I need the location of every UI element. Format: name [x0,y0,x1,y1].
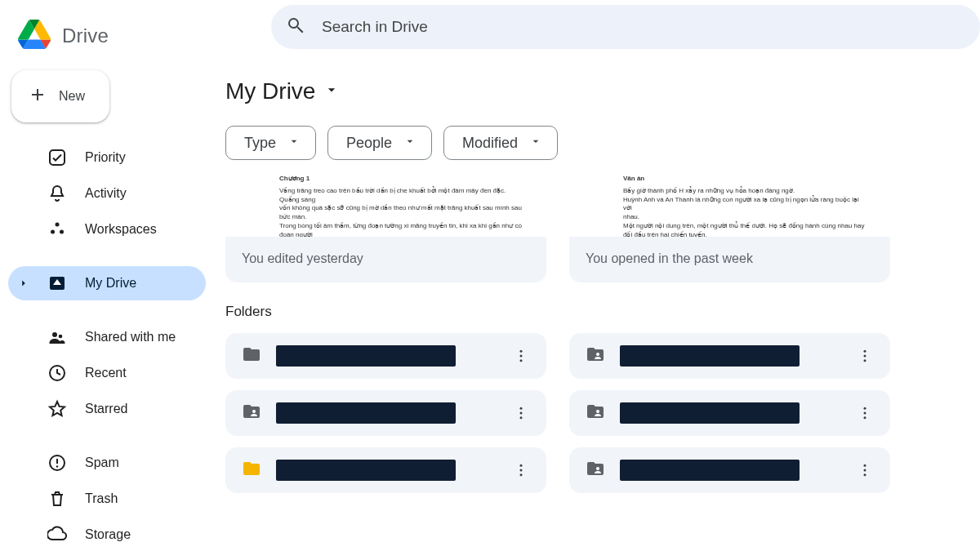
priority-icon [47,148,67,167]
folder-name-redacted [620,460,800,481]
star-icon [47,399,67,419]
spam-icon [47,453,67,473]
expand-caret-icon [18,277,29,290]
folders-section-title: Folders [225,304,970,320]
main: My Drive TypePeopleModified Chương 1Vầng… [212,0,980,551]
nav: PriorityActivityWorkspacesMy DriveShared… [8,140,206,551]
suggested-card[interactable]: Văn ánBấy giờ thành phố H xảy ra những v… [569,168,890,282]
sidebar-item-label: Shared with me [85,330,176,344]
more-button[interactable] [507,456,535,484]
folder-item[interactable] [225,447,546,493]
storage-icon [47,525,67,544]
doc-preview-line: đối đầu trên hai chiến tuyến. [623,231,866,237]
doc-preview-line: Trong bóng tối âm thầm, từng đoạn tường … [279,222,522,237]
sidebar-item-my-drive[interactable]: My Drive [8,266,206,300]
workspaces-icon [47,220,67,239]
doc-preview-line: vốn không quá sặc sỡ cũng bị mờ dần theo… [279,204,522,213]
sidebar-item-label: Starred [85,402,127,416]
folder-grid [225,333,970,493]
activity-icon [47,184,67,203]
doc-preview-title: Chương 1 [279,175,522,184]
doc-preview: Chương 1Vầng trăng treo cao trên bầu trờ… [225,168,546,237]
filter-chips: TypePeopleModified [225,126,970,160]
more-button[interactable] [851,399,879,427]
search-icon [286,16,305,38]
new-button-label: New [59,89,85,104]
suggested-card-subtitle: You edited yesterday [225,237,546,282]
filter-chip-type[interactable]: Type [225,126,316,160]
folder-item[interactable] [225,390,546,436]
sidebar-item-label: Spam [85,455,119,470]
searchbar[interactable] [271,5,980,49]
sidebar-item-label: Activity [85,186,127,201]
folder-name-redacted [620,402,800,424]
content: My Drive TypePeopleModified Chương 1Vầng… [212,49,980,493]
new-button[interactable]: New [11,70,109,122]
sidebar-item-starred[interactable]: Starred [8,392,206,426]
folder-name-redacted [276,402,456,424]
sidebar-item-spam[interactable]: Spam [8,446,206,480]
filter-chip-modified[interactable]: Modified [443,126,558,160]
doc-preview-line: Huỳnh Anh và An Thành là những con người… [623,196,866,214]
brand-name: Drive [62,24,109,47]
suggested-row: Chương 1Vầng trăng treo cao trên bầu trờ… [225,168,970,282]
sidebar-item-label: Trash [85,491,118,506]
doc-preview-line: Vầng trăng treo cao trên bầu trời dần bị… [279,187,522,205]
suggested-card[interactable]: Chương 1Vầng trăng treo cao trên bầu trờ… [225,168,546,282]
folder-shared-icon [242,402,261,424]
more-button[interactable] [851,342,879,370]
caret-down-icon [529,135,542,152]
more-button[interactable] [851,456,879,484]
folder-item[interactable] [569,390,890,436]
folder-yellow-icon [242,459,261,482]
drive-logo-icon [18,20,51,52]
doc-preview-line: bức màn. [279,213,522,222]
filter-chip-label: Type [244,135,276,152]
search-input[interactable] [322,18,969,36]
caret-down-icon [403,135,416,152]
more-button[interactable] [507,342,535,370]
sidebar-item-storage[interactable]: Storage [8,518,206,551]
mydrive-icon [47,273,67,293]
doc-preview-title: Văn án [623,175,866,184]
searchbar-wrap [212,0,980,49]
folder-icon [242,344,261,367]
sidebar-item-activity[interactable]: Activity [8,176,206,211]
caret-down-icon [287,135,301,152]
filter-chip-label: People [346,135,392,152]
doc-preview: Văn ánBấy giờ thành phố H xảy ra những v… [569,168,890,237]
sidebar-item-label: My Drive [85,276,136,291]
folder-name-redacted [276,460,456,481]
doc-preview-line: Một người nội dung trên, một người thủ t… [623,222,866,231]
folder-item[interactable] [225,333,546,379]
doc-preview-line: nhau. [623,213,866,222]
folder-name-redacted [276,345,456,367]
plus-icon [28,85,47,108]
page-title-row[interactable]: My Drive [225,78,970,104]
filter-chip-people[interactable]: People [327,126,432,160]
brand[interactable]: Drive [8,8,206,67]
filter-chip-label: Modified [462,135,518,152]
folder-item[interactable] [569,447,890,493]
folder-shared-icon [586,344,605,367]
folder-name-redacted [620,345,800,367]
sidebar-item-label: Workspaces [85,222,157,237]
sidebar-item-label: Priority [85,150,126,165]
suggested-card-subtitle: You opened in the past week [569,237,890,282]
folder-shared-icon [586,459,605,482]
trash-icon [47,489,67,509]
sidebar-item-label: Storage [85,527,131,542]
recent-icon [47,363,67,383]
sidebar-item-priority[interactable]: Priority [8,140,206,175]
sidebar-item-label: Recent [85,366,127,380]
page-title: My Drive [225,78,315,104]
sidebar-item-workspaces[interactable]: Workspaces [8,212,206,247]
folder-item[interactable] [569,333,890,379]
sidebar: Drive New PriorityActivityWorkspacesMy D… [0,0,212,551]
folder-shared-icon [586,402,605,424]
sidebar-item-trash[interactable]: Trash [8,482,206,516]
sidebar-item-shared-with-me[interactable]: Shared with me [8,320,206,354]
more-button[interactable] [507,399,535,427]
sidebar-item-recent[interactable]: Recent [8,356,206,390]
shared-icon [47,327,67,347]
